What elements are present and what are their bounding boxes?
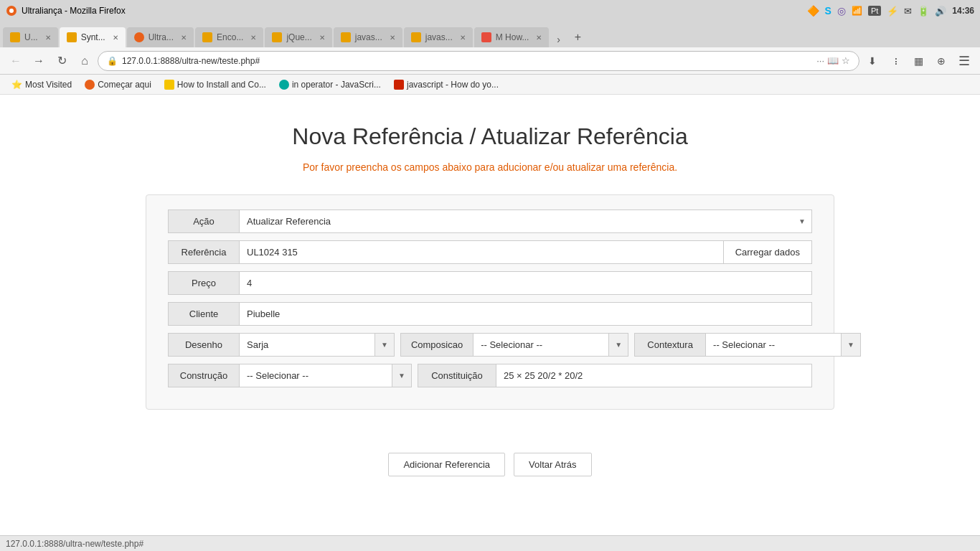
desenho-field: Desenho ▼ <box>168 333 395 357</box>
carregar-dados-button[interactable]: Carregar dados <box>724 240 812 264</box>
title-bar: Ultraliança - Mozilla Firefox 🔶 S ◎ 📶 Pt… <box>0 0 980 22</box>
bookmark-most-visited[interactable]: ⭐ Most Visited <box>6 77 77 92</box>
status-url: 127.0.0.1:8888/ultra-new/teste.php# <box>6 539 143 549</box>
preco-row: Preço <box>168 271 812 295</box>
menu-button[interactable]: ☰ <box>954 51 974 71</box>
library-button[interactable]: ⫶ <box>885 51 905 71</box>
download-button[interactable]: ⬇ <box>862 51 882 71</box>
url-options-icon[interactable]: ··· <box>816 55 824 66</box>
teal-icon <box>279 80 289 90</box>
voltar-atras-button[interactable]: Voltar Atrás <box>514 453 591 476</box>
yellow-icon <box>164 80 174 90</box>
tab-2[interactable]: Synt... ✕ <box>60 27 126 47</box>
bluetooth-icon[interactable]: ⚡ <box>887 6 898 17</box>
constituicao-input[interactable] <box>496 364 812 387</box>
pt-icon[interactable]: Pt <box>868 6 881 16</box>
volume-icon[interactable]: 🔊 <box>935 6 946 17</box>
tab-8-label: M How... <box>496 32 529 42</box>
tab-8-close[interactable]: ✕ <box>536 34 542 42</box>
email-icon[interactable]: ✉ <box>904 6 912 17</box>
red-icon <box>394 80 404 90</box>
reader-mode-icon[interactable]: 📖 <box>827 55 839 66</box>
tab-4-close[interactable]: ✕ <box>250 34 256 42</box>
preco-label: Preço <box>168 271 240 295</box>
preco-input[interactable] <box>240 271 812 295</box>
new-tab-button[interactable]: + <box>567 27 588 47</box>
browser-title: Ultraliança - Mozilla Firefox <box>22 6 126 16</box>
referencia-row: Referência Carregar dados <box>168 240 812 264</box>
battery-icon[interactable]: 🔋 <box>918 6 929 17</box>
vlc-icon[interactable]: 🔶 <box>807 5 819 17</box>
cliente-label: Cliente <box>168 302 240 326</box>
contextura-label: Contextura <box>634 333 706 357</box>
constituicao-field: Constituição <box>418 364 812 387</box>
adicionar-referencia-button[interactable]: Adicionar Referencia <box>388 453 505 476</box>
desenho-arrow-button[interactable]: ▼ <box>375 333 395 357</box>
home-button[interactable]: ⌂ <box>75 51 95 71</box>
tab-6[interactable]: javas... ✕ <box>334 27 402 47</box>
tab-5-favicon <box>272 32 282 42</box>
tab-3-label: Ultra... <box>149 32 174 42</box>
tab-3-close[interactable]: ✕ <box>181 34 187 42</box>
acao-row: Ação ▼ <box>168 209 812 233</box>
contextura-field: Contextura ▼ <box>634 333 861 357</box>
tab-6-close[interactable]: ✕ <box>390 34 395 42</box>
chat-icon[interactable]: ◎ <box>837 5 846 17</box>
skype-icon[interactable]: S <box>825 5 831 17</box>
tab-2-close[interactable]: ✕ <box>113 34 118 42</box>
composicao-input[interactable] <box>473 333 609 357</box>
url-bar[interactable]: 🔒 127.0.0.1:8888/ultra-new/teste.php# ··… <box>98 51 859 71</box>
tab-5[interactable]: jQue... ✕ <box>265 27 331 47</box>
wifi-icon[interactable]: 📶 <box>852 6 862 16</box>
tab-1[interactable]: U... ✕ <box>3 27 58 47</box>
tab-7[interactable]: javas... ✕ <box>404 27 473 47</box>
contextura-arrow-button[interactable]: ▼ <box>842 333 861 357</box>
cliente-input[interactable] <box>240 302 812 326</box>
composicao-arrow-button[interactable]: ▼ <box>609 333 628 357</box>
construcao-arrow-button[interactable]: ▼ <box>392 364 412 387</box>
forward-button[interactable]: → <box>29 51 49 71</box>
composicao-field: Composicao ▼ <box>400 333 628 357</box>
contextura-input[interactable] <box>706 333 842 357</box>
tab-8[interactable]: M How... ✕ <box>474 27 550 47</box>
bookmark-in-operator-label: in operator - JavaScri... <box>292 80 381 90</box>
back-button[interactable]: ← <box>6 51 26 71</box>
row-3col-1: Desenho ▼ Composicao ▼ Contextura ▼ <box>168 333 812 357</box>
bookmark-star-icon[interactable]: ☆ <box>842 55 850 66</box>
svg-point-1 <box>9 9 14 13</box>
construcao-label: Construção <box>168 364 240 387</box>
bookmark-how-to-install[interactable]: How to Install and Co... <box>159 77 272 92</box>
tab-7-close[interactable]: ✕ <box>460 34 466 42</box>
tab-3[interactable]: Ultra... ✕ <box>127 27 194 47</box>
sync-button[interactable]: ⊕ <box>931 51 951 71</box>
referencia-label: Referência <box>168 240 240 264</box>
tab-scroll-right[interactable]: › <box>550 32 566 47</box>
tab-4-favicon <box>202 32 212 42</box>
tab-4-label: Enco... <box>217 32 243 42</box>
clock: 14:36 <box>952 6 974 16</box>
form-container: Ação ▼ Referência Carregar dados Preço C… <box>146 194 834 410</box>
sidebar-button[interactable]: ▦ <box>908 51 928 71</box>
tab-6-favicon <box>341 32 351 42</box>
tab-7-label: javas... <box>425 32 453 42</box>
row-construcao: Construção ▼ Constituição <box>168 364 812 387</box>
bookmark-most-visited-label: Most Visited <box>25 80 72 90</box>
referencia-input[interactable] <box>240 240 724 264</box>
tab-1-label: U... <box>24 32 38 42</box>
reload-button[interactable]: ↻ <box>52 51 72 71</box>
bookmark-javascript[interactable]: javascript - How do yo... <box>388 77 504 92</box>
desenho-label: Desenho <box>168 333 240 357</box>
tab-2-favicon <box>67 32 77 42</box>
construcao-input[interactable] <box>240 364 392 387</box>
button-row: Adicionar Referencia Voltar Atrás <box>388 453 591 476</box>
tab-bar: U... ✕ Synt... ✕ Ultra... ✕ Enco... ✕ jQ… <box>0 22 980 47</box>
cliente-row: Cliente <box>168 302 812 326</box>
constituicao-label: Constituição <box>418 364 496 387</box>
acao-input[interactable] <box>240 210 811 232</box>
tab-5-close[interactable]: ✕ <box>319 34 325 42</box>
bookmark-comecar-aqui[interactable]: Começar aqui <box>79 77 157 92</box>
tab-4[interactable]: Enco... ✕ <box>195 27 263 47</box>
desenho-input[interactable] <box>240 333 375 357</box>
tab-1-close[interactable]: ✕ <box>45 34 51 42</box>
bookmark-in-operator[interactable]: in operator - JavaScri... <box>273 77 387 92</box>
